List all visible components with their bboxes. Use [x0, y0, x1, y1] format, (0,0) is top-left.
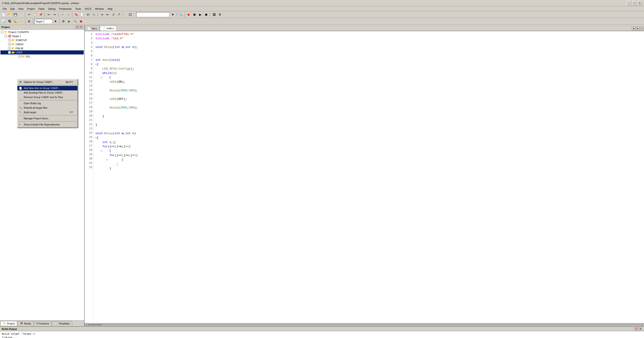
debug2-btn[interactable]: 🐛: [13, 19, 18, 24]
options-btn[interactable]: ⚙: [61, 19, 66, 24]
menu-file[interactable]: File: [1, 7, 8, 11]
menu-edit[interactable]: Edit: [8, 7, 16, 11]
uncomment-btn[interactable]: /*: [116, 12, 122, 17]
stop-btn[interactable]: ⏹: [192, 12, 197, 17]
menu-view[interactable]: View: [16, 7, 26, 11]
menu-debug[interactable]: Debug: [46, 7, 57, 11]
tree-item-docs[interactable]: + 📂 DO...: [0, 54, 84, 59]
copy-btn[interactable]: 📋: [32, 12, 38, 17]
close-button[interactable]: ✕: [637, 1, 642, 6]
sep11: [33, 19, 33, 24]
tree-item-cmsis[interactable]: + 📂 CMSIS: [0, 42, 84, 46]
scroll-left-btn[interactable]: ◄: [632, 27, 636, 30]
scroll-left-h-btn[interactable]: ◄: [84, 323, 88, 326]
symbol-combo[interactable]: GPIOC_BASE: [136, 12, 170, 17]
maximize-button[interactable]: □: [632, 1, 637, 6]
target-dropdown-btn[interactable]: ▼: [53, 19, 58, 24]
scroll-right-h-btn[interactable]: ►: [641, 323, 644, 326]
panel-pin-btn[interactable]: 📌: [75, 26, 79, 29]
ctx-open-log[interactable]: Open Build Log: [17, 101, 77, 105]
stop2-btn[interactable]: ⏹: [204, 12, 209, 17]
scroll-track-h[interactable]: [88, 324, 640, 326]
tab-functions[interactable]: f Functions: [34, 321, 52, 325]
comment-btn[interactable]: //: [111, 12, 116, 17]
settings2-btn[interactable]: ⚙: [26, 19, 32, 24]
tree-item-fwlib[interactable]: + 📂 FWLIB: [0, 46, 84, 50]
ctx-rebuild[interactable]: 🔨 Rebuild all target files: [17, 105, 77, 110]
build-btn[interactable]: ▶: [66, 19, 72, 24]
ctx-add-new[interactable]: 📄 Add New Item to Group 'USER'...: [17, 86, 77, 90]
build-output-close-btn[interactable]: ✕: [638, 327, 642, 330]
expand-docs[interactable]: +: [18, 55, 21, 58]
build2-btn[interactable]: 🏗: [7, 19, 12, 24]
tab-books[interactable]: 📚 Books: [18, 321, 34, 325]
new-file-btn[interactable]: 📄: [1, 12, 6, 17]
tab-templates[interactable]: 📋 Templates: [52, 321, 72, 325]
tab-books-label: Books: [24, 322, 31, 325]
tree-item-startup[interactable]: + 📂 STARTUP: [0, 38, 84, 42]
indent-btn[interactable]: ⇥: [99, 12, 104, 17]
settings-btn[interactable]: ⚙: [217, 12, 223, 17]
minimize-button[interactable]: −: [626, 1, 631, 6]
ctx-show-deps[interactable]: ✓ Show Include File Dependencies: [17, 122, 77, 127]
combo-down-btn[interactable]: ▼: [170, 12, 176, 17]
undo-btn[interactable]: ↩: [46, 12, 52, 17]
expand-target1[interactable]: −: [4, 35, 7, 38]
record-btn[interactable]: ⏺: [186, 12, 191, 17]
tab-led-c[interactable]: 📄 led.c: [85, 26, 100, 31]
flash2-btn[interactable]: ⚡: [18, 19, 24, 24]
expand-user[interactable]: −: [8, 51, 11, 54]
expand-startup[interactable]: +: [8, 39, 11, 42]
tree-item-target1[interactable]: − 🎯 Target 1: [0, 34, 84, 38]
menu-flash[interactable]: Flash: [37, 7, 46, 11]
window-btn[interactable]: 🖼: [211, 12, 217, 17]
tab-main-c[interactable]: 📄 main.c: [100, 26, 116, 31]
menu-tools[interactable]: Tools: [74, 7, 83, 11]
nav-fwd-btn[interactable]: →: [66, 12, 71, 17]
scroll-right-btn[interactable]: ►: [636, 27, 640, 30]
horizontal-scrollbar[interactable]: ◄ ►: [84, 323, 644, 326]
redo-btn[interactable]: ↪: [52, 12, 57, 17]
ctx-remove-group[interactable]: Remove Group 'USER' and its Files: [17, 95, 77, 99]
open-btn[interactable]: 📂: [7, 12, 12, 17]
menu-svcs[interactable]: SVCS: [83, 7, 93, 11]
menu-window[interactable]: Window: [93, 7, 106, 11]
play-btn[interactable]: ▶: [198, 12, 203, 17]
rebuild-btn[interactable]: 🔨: [72, 19, 78, 24]
save-btn[interactable]: 💾: [13, 12, 18, 17]
close-editor-btn[interactable]: ✕: [640, 27, 644, 30]
manage-icon: 📋: [19, 117, 22, 120]
bookmark-btn[interactable]: 🔖: [74, 12, 79, 17]
tree-item-user[interactable]: − 📂 USER: [0, 50, 84, 54]
sep12: [59, 19, 60, 24]
scroll-thumb-h[interactable]: [88, 324, 102, 325]
menu-project[interactable]: Project: [25, 7, 36, 11]
menu-peripherals[interactable]: Peripherals: [57, 7, 74, 11]
save-all-btn[interactable]: 💿: [18, 12, 24, 17]
check-icon: ✓: [19, 123, 21, 126]
build-output-pin-btn[interactable]: 📌: [634, 327, 638, 330]
stop3-btn[interactable]: ⏹: [78, 19, 84, 24]
expand-cmsis[interactable]: +: [8, 43, 11, 46]
nav-back-btn[interactable]: ←: [60, 12, 65, 17]
bookmark4-btn[interactable]: 📎: [91, 12, 96, 17]
expand-fwlib[interactable]: +: [8, 47, 11, 50]
panel-close-btn[interactable]: ✕: [79, 26, 83, 29]
menu-help[interactable]: Help: [106, 7, 114, 11]
sep6: [123, 13, 124, 17]
ctx-build[interactable]: 🔧 Build target F7: [17, 110, 77, 115]
cut-btn[interactable]: ✂: [26, 12, 32, 17]
ctx-add-existing[interactable]: Add Existing Files to Group 'USER'...: [17, 90, 77, 95]
tab-project[interactable]: 📁 Project: [0, 321, 17, 325]
tree-item-project[interactable]: − 📁 Project: F103Z8T6: [0, 30, 84, 34]
bookmark2-btn[interactable]: 📑: [80, 12, 85, 17]
code-view[interactable]: 1 2 3 4 5 6 7 8 9 10 11 12 13 14 15 16 1…: [84, 31, 644, 323]
search-btn[interactable]: 🔍: [178, 12, 184, 17]
expand-project[interactable]: −: [1, 31, 4, 34]
code-content[interactable]: #include "stm32f10x.h" #include "led.h" …: [94, 31, 644, 323]
paste-btn[interactable]: 📌: [38, 12, 44, 17]
ctx-options[interactable]: ⚙ Options for Group 'USER'... Alt+F7: [17, 80, 77, 84]
unindent-btn[interactable]: ⇤: [105, 12, 110, 17]
ctx-manage[interactable]: 📋 Manage Project Items...: [17, 116, 77, 121]
bookmark3-btn[interactable]: 🏷: [85, 12, 91, 17]
